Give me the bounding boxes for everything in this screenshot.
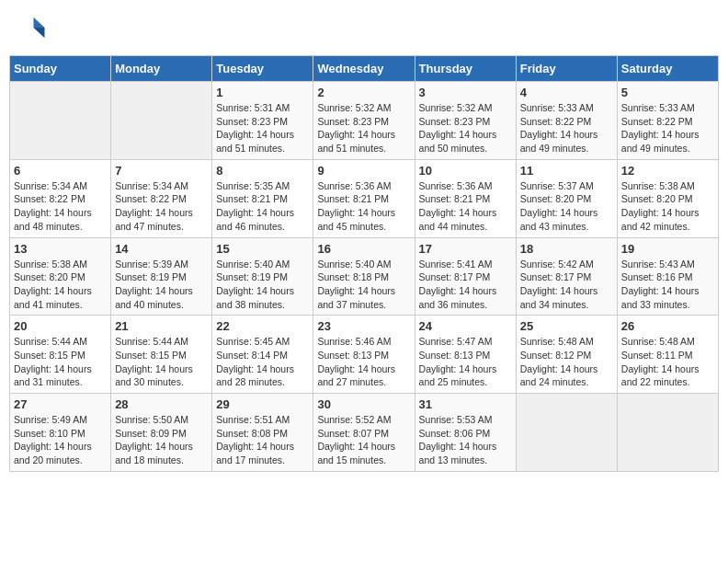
calendar-cell: 28Sunrise: 5:50 AMSunset: 8:09 PMDayligh… xyxy=(111,394,212,472)
calendar-cell: 14Sunrise: 5:39 AMSunset: 8:19 PMDayligh… xyxy=(111,237,212,316)
svg-marker-0 xyxy=(34,17,45,28)
calendar-cell: 10Sunrise: 5:36 AMSunset: 8:21 PMDayligh… xyxy=(415,159,516,237)
day-number: 14 xyxy=(115,242,208,256)
calendar-cell: 21Sunrise: 5:44 AMSunset: 8:15 PMDayligh… xyxy=(111,316,212,394)
calendar-cell: 11Sunrise: 5:37 AMSunset: 8:20 PMDayligh… xyxy=(516,159,617,237)
day-of-week-header: Saturday xyxy=(617,56,718,82)
day-info: Sunrise: 5:33 AMSunset: 8:22 PMDaylight:… xyxy=(520,101,613,155)
day-info: Sunrise: 5:51 AMSunset: 8:08 PMDaylight:… xyxy=(216,413,309,467)
day-of-week-header: Thursday xyxy=(415,56,516,82)
day-number: 26 xyxy=(621,319,714,333)
day-number: 5 xyxy=(621,86,714,99)
day-number: 17 xyxy=(419,242,512,256)
day-number: 7 xyxy=(115,164,208,178)
day-number: 29 xyxy=(216,397,309,411)
calendar-week-row: 6Sunrise: 5:34 AMSunset: 8:22 PMDaylight… xyxy=(10,159,719,237)
day-info: Sunrise: 5:41 AMSunset: 8:17 PMDaylight:… xyxy=(419,258,512,312)
day-info: Sunrise: 5:37 AMSunset: 8:20 PMDaylight:… xyxy=(520,179,613,234)
day-number: 28 xyxy=(115,397,208,411)
calendar-cell: 17Sunrise: 5:41 AMSunset: 8:17 PMDayligh… xyxy=(415,237,516,316)
day-number: 19 xyxy=(621,242,714,256)
day-number: 4 xyxy=(520,86,613,99)
day-info: Sunrise: 5:34 AMSunset: 8:22 PMDaylight:… xyxy=(115,179,208,234)
day-number: 12 xyxy=(621,164,714,178)
calendar-cell: 31Sunrise: 5:53 AMSunset: 8:06 PMDayligh… xyxy=(415,394,516,472)
calendar-cell: 13Sunrise: 5:38 AMSunset: 8:20 PMDayligh… xyxy=(10,237,111,316)
day-number: 21 xyxy=(115,319,208,333)
calendar-cell: 24Sunrise: 5:47 AMSunset: 8:13 PMDayligh… xyxy=(415,316,516,394)
day-number: 15 xyxy=(216,242,309,256)
day-info: Sunrise: 5:40 AMSunset: 8:18 PMDaylight:… xyxy=(317,258,410,312)
day-number: 20 xyxy=(14,319,107,333)
day-info: Sunrise: 5:32 AMSunset: 8:23 PMDaylight:… xyxy=(317,101,410,155)
calendar-cell: 15Sunrise: 5:40 AMSunset: 8:19 PMDayligh… xyxy=(212,237,313,316)
calendar-cell: 30Sunrise: 5:52 AMSunset: 8:07 PMDayligh… xyxy=(313,394,415,472)
day-number: 13 xyxy=(14,242,107,256)
day-of-week-header: Monday xyxy=(111,56,212,82)
day-number: 8 xyxy=(216,164,309,178)
day-info: Sunrise: 5:31 AMSunset: 8:23 PMDaylight:… xyxy=(216,101,309,155)
day-info: Sunrise: 5:43 AMSunset: 8:16 PMDaylight:… xyxy=(621,258,714,312)
day-info: Sunrise: 5:33 AMSunset: 8:22 PMDaylight:… xyxy=(621,101,714,155)
calendar-cell xyxy=(10,82,111,160)
day-info: Sunrise: 5:48 AMSunset: 8:12 PMDaylight:… xyxy=(520,335,613,389)
calendar-cell: 7Sunrise: 5:34 AMSunset: 8:22 PMDaylight… xyxy=(111,159,212,237)
day-info: Sunrise: 5:34 AMSunset: 8:22 PMDaylight:… xyxy=(14,179,107,234)
day-info: Sunrise: 5:42 AMSunset: 8:17 PMDaylight:… xyxy=(520,258,613,312)
day-info: Sunrise: 5:47 AMSunset: 8:13 PMDaylight:… xyxy=(419,335,512,389)
calendar-cell: 1Sunrise: 5:31 AMSunset: 8:23 PMDaylight… xyxy=(212,82,313,160)
day-of-week-header: Friday xyxy=(516,56,617,82)
day-number: 31 xyxy=(419,397,512,411)
day-info: Sunrise: 5:39 AMSunset: 8:19 PMDaylight:… xyxy=(115,258,208,312)
day-info: Sunrise: 5:36 AMSunset: 8:21 PMDaylight:… xyxy=(419,179,512,234)
day-info: Sunrise: 5:50 AMSunset: 8:09 PMDaylight:… xyxy=(115,413,208,467)
day-number: 10 xyxy=(419,164,512,178)
calendar-cell: 18Sunrise: 5:42 AMSunset: 8:17 PMDayligh… xyxy=(516,237,617,316)
day-info: Sunrise: 5:38 AMSunset: 8:20 PMDaylight:… xyxy=(621,179,714,234)
day-info: Sunrise: 5:40 AMSunset: 8:19 PMDaylight:… xyxy=(216,258,309,312)
day-number: 30 xyxy=(317,397,410,411)
calendar-cell: 12Sunrise: 5:38 AMSunset: 8:20 PMDayligh… xyxy=(617,159,718,237)
calendar-cell xyxy=(516,394,617,472)
calendar-cell: 3Sunrise: 5:32 AMSunset: 8:23 PMDaylight… xyxy=(415,82,516,160)
day-number: 25 xyxy=(520,319,613,333)
day-number: 1 xyxy=(216,86,309,99)
day-number: 27 xyxy=(14,397,107,411)
day-number: 3 xyxy=(419,86,512,99)
day-info: Sunrise: 5:52 AMSunset: 8:07 PMDaylight:… xyxy=(317,413,410,467)
calendar-cell: 20Sunrise: 5:44 AMSunset: 8:15 PMDayligh… xyxy=(10,316,111,394)
calendar-cell: 16Sunrise: 5:40 AMSunset: 8:18 PMDayligh… xyxy=(313,237,415,316)
calendar-cell: 27Sunrise: 5:49 AMSunset: 8:10 PMDayligh… xyxy=(10,394,111,472)
calendar-cell: 5Sunrise: 5:33 AMSunset: 8:22 PMDaylight… xyxy=(617,82,718,160)
page-header xyxy=(9,9,719,46)
day-info: Sunrise: 5:36 AMSunset: 8:21 PMDaylight:… xyxy=(317,179,410,234)
calendar-cell: 19Sunrise: 5:43 AMSunset: 8:16 PMDayligh… xyxy=(617,237,718,316)
day-info: Sunrise: 5:49 AMSunset: 8:10 PMDaylight:… xyxy=(14,413,107,467)
day-info: Sunrise: 5:46 AMSunset: 8:13 PMDaylight:… xyxy=(317,335,410,389)
calendar-cell: 26Sunrise: 5:48 AMSunset: 8:11 PMDayligh… xyxy=(617,316,718,394)
day-info: Sunrise: 5:38 AMSunset: 8:20 PMDaylight:… xyxy=(14,258,107,312)
day-number: 9 xyxy=(317,164,410,178)
day-number: 6 xyxy=(14,164,107,178)
calendar-week-row: 13Sunrise: 5:38 AMSunset: 8:20 PMDayligh… xyxy=(10,237,719,316)
day-number: 16 xyxy=(317,242,410,256)
day-info: Sunrise: 5:35 AMSunset: 8:21 PMDaylight:… xyxy=(216,179,309,234)
calendar-cell: 22Sunrise: 5:45 AMSunset: 8:14 PMDayligh… xyxy=(212,316,313,394)
calendar-cell: 25Sunrise: 5:48 AMSunset: 8:12 PMDayligh… xyxy=(516,316,617,394)
day-number: 23 xyxy=(317,319,410,333)
calendar-cell: 9Sunrise: 5:36 AMSunset: 8:21 PMDaylight… xyxy=(313,159,415,237)
day-info: Sunrise: 5:44 AMSunset: 8:15 PMDaylight:… xyxy=(115,335,208,389)
calendar-cell: 2Sunrise: 5:32 AMSunset: 8:23 PMDaylight… xyxy=(313,82,415,160)
svg-marker-1 xyxy=(34,28,45,38)
calendar-cell: 6Sunrise: 5:34 AMSunset: 8:22 PMDaylight… xyxy=(10,159,111,237)
day-info: Sunrise: 5:44 AMSunset: 8:15 PMDaylight:… xyxy=(14,335,107,389)
day-number: 22 xyxy=(216,319,309,333)
calendar-week-row: 1Sunrise: 5:31 AMSunset: 8:23 PMDaylight… xyxy=(10,82,719,160)
calendar-cell xyxy=(111,82,212,160)
calendar-cell: 29Sunrise: 5:51 AMSunset: 8:08 PMDayligh… xyxy=(212,394,313,472)
logo-icon xyxy=(18,14,46,41)
day-of-week-header: Tuesday xyxy=(212,56,313,82)
day-of-week-header: Sunday xyxy=(10,56,111,82)
calendar-week-row: 20Sunrise: 5:44 AMSunset: 8:15 PMDayligh… xyxy=(10,316,719,394)
day-number: 2 xyxy=(317,86,410,99)
